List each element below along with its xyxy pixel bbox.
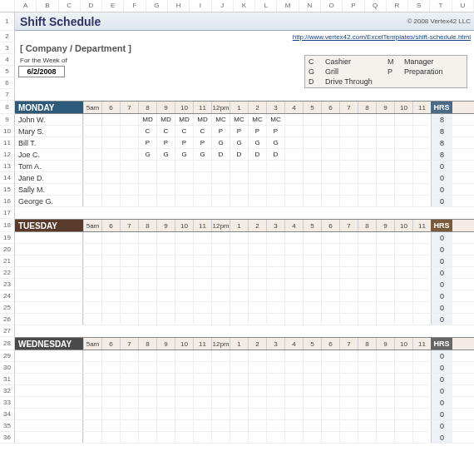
shift-cell[interactable] <box>230 420 248 431</box>
shift-cell[interactable] <box>339 244 358 255</box>
shift-cell[interactable] <box>156 290 175 301</box>
shift-cell[interactable] <box>321 184 339 195</box>
shift-cell[interactable] <box>138 184 156 195</box>
shift-cell[interactable] <box>284 397 303 408</box>
shift-cell[interactable] <box>394 149 412 160</box>
shift-cell[interactable] <box>321 126 339 136</box>
shift-cell[interactable] <box>394 432 412 443</box>
shift-cell[interactable] <box>321 114 339 125</box>
shift-cell[interactable] <box>321 232 339 243</box>
shift-cell[interactable] <box>156 362 175 373</box>
shift-cell[interactable] <box>101 172 120 183</box>
shift-cell[interactable] <box>156 409 175 419</box>
shift-cell[interactable] <box>248 255 266 266</box>
shift-cell[interactable] <box>303 255 321 266</box>
shift-cell[interactable] <box>266 172 284 183</box>
shift-cell[interactable] <box>101 409 120 419</box>
shift-cell[interactable] <box>376 149 394 160</box>
shift-cell[interactable] <box>211 184 230 195</box>
shift-cell[interactable] <box>376 362 394 373</box>
shift-cell[interactable] <box>248 350 266 361</box>
shift-cell[interactable]: D <box>266 149 284 160</box>
shift-cell[interactable]: C <box>156 126 175 136</box>
shift-cell[interactable] <box>358 184 376 195</box>
shift-cell[interactable] <box>248 420 266 431</box>
shift-cell[interactable] <box>101 196 120 206</box>
shift-cell[interactable] <box>101 114 120 125</box>
shift-cell[interactable] <box>394 244 412 255</box>
shift-cell[interactable]: G <box>211 137 230 148</box>
shift-cell[interactable]: P <box>175 137 193 148</box>
shift-cell[interactable] <box>175 362 193 373</box>
shift-cell[interactable] <box>321 244 339 255</box>
shift-cell[interactable] <box>376 302 394 313</box>
shift-cell[interactable] <box>376 172 394 183</box>
shift-cell[interactable] <box>120 432 138 443</box>
shift-cell[interactable] <box>138 314 156 325</box>
shift-cell[interactable] <box>138 420 156 431</box>
shift-cell[interactable] <box>266 267 284 278</box>
shift-cell[interactable] <box>138 385 156 396</box>
shift-cell[interactable] <box>211 196 230 206</box>
shift-cell[interactable] <box>284 149 303 160</box>
shift-cell[interactable] <box>266 374 284 384</box>
shift-cell[interactable]: MD <box>138 114 156 125</box>
shift-cell[interactable] <box>83 432 101 443</box>
shift-cell[interactable] <box>101 302 120 313</box>
shift-cell[interactable] <box>230 314 248 325</box>
shift-cell[interactable] <box>412 362 431 373</box>
shift-cell[interactable] <box>358 397 376 408</box>
shift-cell[interactable] <box>156 420 175 431</box>
shift-cell[interactable] <box>339 161 358 171</box>
shift-cell[interactable] <box>138 302 156 313</box>
shift-cell[interactable] <box>211 267 230 278</box>
shift-cell[interactable] <box>175 385 193 396</box>
shift-cell[interactable] <box>138 267 156 278</box>
shift-cell[interactable] <box>248 172 266 183</box>
shift-cell[interactable] <box>376 184 394 195</box>
shift-cell[interactable] <box>120 420 138 431</box>
shift-cell[interactable]: P <box>138 137 156 148</box>
shift-cell[interactable] <box>138 161 156 171</box>
shift-cell[interactable] <box>266 432 284 443</box>
shift-cell[interactable] <box>83 172 101 183</box>
shift-cell[interactable] <box>339 385 358 396</box>
shift-cell[interactable] <box>303 409 321 419</box>
shift-cell[interactable] <box>394 385 412 396</box>
shift-cell[interactable] <box>358 432 376 443</box>
shift-cell[interactable]: P <box>248 126 266 136</box>
shift-cell[interactable] <box>266 290 284 301</box>
shift-cell[interactable] <box>83 420 101 431</box>
shift-cell[interactable] <box>284 126 303 136</box>
shift-cell[interactable] <box>120 114 138 125</box>
shift-cell[interactable]: MC <box>266 114 284 125</box>
shift-cell[interactable] <box>193 397 211 408</box>
shift-cell[interactable] <box>284 290 303 301</box>
shift-cell[interactable] <box>339 184 358 195</box>
shift-cell[interactable] <box>193 374 211 384</box>
shift-cell[interactable] <box>193 196 211 206</box>
shift-cell[interactable] <box>339 362 358 373</box>
shift-cell[interactable] <box>138 362 156 373</box>
shift-cell[interactable]: P <box>266 126 284 136</box>
shift-cell[interactable] <box>156 397 175 408</box>
shift-cell[interactable] <box>376 114 394 125</box>
shift-cell[interactable] <box>394 137 412 148</box>
shift-cell[interactable] <box>230 172 248 183</box>
shift-cell[interactable] <box>156 374 175 384</box>
shift-cell[interactable] <box>83 385 101 396</box>
shift-cell[interactable] <box>412 420 431 431</box>
shift-cell[interactable] <box>376 267 394 278</box>
shift-cell[interactable] <box>412 255 431 266</box>
shift-cell[interactable] <box>138 255 156 266</box>
shift-cell[interactable]: G <box>138 149 156 160</box>
shift-cell[interactable] <box>83 149 101 160</box>
shift-cell[interactable] <box>321 267 339 278</box>
shift-cell[interactable] <box>321 279 339 290</box>
shift-cell[interactable] <box>175 302 193 313</box>
shift-cell[interactable] <box>230 184 248 195</box>
shift-cell[interactable] <box>83 267 101 278</box>
shift-cell[interactable]: G <box>193 149 211 160</box>
shift-cell[interactable] <box>358 314 376 325</box>
shift-cell[interactable] <box>101 184 120 195</box>
